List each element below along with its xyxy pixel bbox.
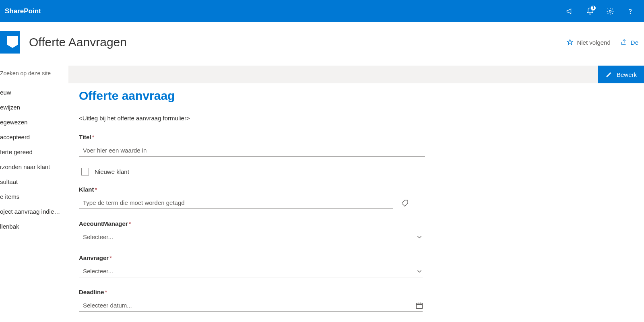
nav-item[interactable]: oject aanvraag indie…	[0, 204, 68, 219]
nav-item[interactable]: llenbak	[0, 219, 68, 234]
site-actions: Niet volgend De	[566, 39, 638, 46]
nav-item[interactable]: euw	[0, 85, 68, 100]
follow-label: Niet volgend	[577, 39, 610, 46]
form-title: Offerte aanvraag	[79, 89, 501, 103]
follow-toggle[interactable]: Niet volgend	[566, 39, 610, 46]
field-accountmanager: AccountManager*	[79, 220, 501, 243]
chevron-down-icon[interactable]	[414, 231, 425, 243]
field-label: Titel*	[79, 134, 501, 140]
suite-bar-actions: 1	[564, 5, 639, 18]
field-label: Klant*	[79, 186, 501, 193]
required-mark: *	[109, 254, 112, 261]
svg-point-1	[630, 13, 631, 13]
tag-picker-icon[interactable]	[400, 197, 411, 208]
field-label: AccountManager*	[79, 220, 501, 227]
share-label: De	[631, 39, 638, 46]
app-launcher-brand[interactable]: SharePoint	[5, 7, 41, 15]
nav-item[interactable]: ferte gereed	[0, 144, 68, 159]
required-mark: *	[95, 186, 97, 193]
deadline-input[interactable]	[79, 299, 423, 312]
site-logo[interactable]	[0, 31, 20, 54]
required-mark: *	[105, 289, 107, 295]
nav-item[interactable]: accepteerd	[0, 130, 68, 144]
main-area: Bewerk Offerte aanvraag <Uitleg bij het …	[68, 66, 644, 322]
notifications-icon[interactable]: 1	[584, 5, 597, 18]
field-titel: Titel*	[79, 134, 501, 157]
calendar-icon[interactable]	[414, 300, 425, 311]
field-label: Deadline*	[79, 289, 501, 295]
nav-item[interactable]: ewijzen	[0, 100, 68, 115]
nav-list: euw ewijzen egewezen accepteerd ferte ge…	[0, 81, 68, 234]
nav-item[interactable]: e items	[0, 189, 68, 204]
svg-point-0	[609, 10, 611, 12]
form-description: <Uitleg bij het offerte aanvraag formuli…	[79, 115, 501, 122]
command-bar: Bewerk	[68, 66, 644, 83]
field-aanvrager: Aanvrager*	[79, 254, 501, 277]
checkbox-label: Nieuwe klant	[95, 168, 129, 175]
accountmanager-select[interactable]	[79, 231, 423, 243]
field-label: Aanvrager*	[79, 254, 501, 261]
nav-item[interactable]: sultaat	[0, 174, 68, 189]
site-search[interactable]: Zoeken op deze site	[0, 66, 68, 81]
required-mark: *	[129, 220, 131, 227]
edit-button-label: Bewerk	[617, 71, 637, 78]
field-nieuwe-klant: Nieuwe klant	[81, 168, 501, 175]
share-site-button[interactable]: De	[620, 39, 638, 46]
required-mark: *	[92, 134, 95, 140]
edit-button[interactable]: Bewerk	[598, 66, 644, 83]
site-header: Offerte Aanvragen Niet volgend De	[0, 22, 644, 66]
megaphone-icon[interactable]	[564, 5, 576, 18]
form: Offerte aanvraag <Uitleg bij het offerte…	[68, 83, 511, 312]
aanvrager-select[interactable]	[79, 265, 423, 277]
titel-input[interactable]	[79, 144, 425, 157]
suite-bar: SharePoint 1	[0, 0, 644, 22]
field-klant: Klant*	[79, 186, 501, 209]
notifications-badge: 1	[591, 6, 596, 10]
settings-icon[interactable]	[604, 5, 617, 18]
site-title[interactable]: Offerte Aanvragen	[29, 35, 127, 49]
field-deadline: Deadline*	[79, 289, 501, 312]
klant-input[interactable]	[79, 197, 393, 209]
svg-rect-2	[417, 303, 423, 308]
nav-item[interactable]: egewezen	[0, 115, 68, 130]
help-icon[interactable]	[624, 5, 637, 18]
nav-item[interactable]: rzonden naar klant	[0, 159, 68, 174]
nieuwe-klant-checkbox[interactable]	[81, 168, 89, 175]
chevron-down-icon[interactable]	[414, 266, 425, 277]
content-row: Zoeken op deze site euw ewijzen egewezen…	[0, 66, 644, 322]
left-nav: Zoeken op deze site euw ewijzen egewezen…	[0, 66, 68, 322]
